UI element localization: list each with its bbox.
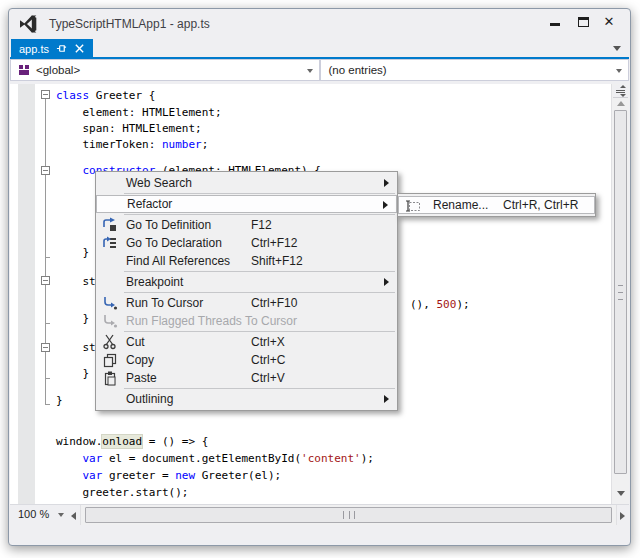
submenu-arrow-icon (384, 179, 389, 187)
code-segment: ); (361, 452, 374, 465)
chevron-down-icon (58, 513, 64, 517)
code-line: element: HTMLElement; (56, 105, 222, 120)
window-title: TypeScriptHTMLApp1 - app.ts (49, 17, 210, 31)
outline-guide-line (45, 99, 46, 404)
code-segment: class (56, 89, 89, 102)
code-segment: ; (202, 138, 209, 151)
code-segment: timerToken: (56, 138, 162, 151)
scroll-right-icon[interactable] (617, 505, 629, 525)
menu-item-outlining[interactable]: Outlining (96, 390, 397, 408)
run-to-cursor-icon (102, 295, 118, 311)
code-line: var el = document.getElementById('conten… (56, 451, 374, 466)
code-segment: = () => { (142, 435, 208, 448)
code-line: greeter.start(); (56, 485, 188, 500)
goto-definition-icon (102, 217, 118, 233)
code-line: } (56, 245, 89, 260)
code-line: var greeter = new Greeter(el); (56, 468, 281, 483)
zoom-dropdown[interactable]: 100 % (10, 505, 68, 525)
tab-app-ts[interactable]: app.ts (11, 39, 93, 59)
member-dropdown[interactable]: (no entries) (320, 59, 630, 81)
chevron-down-icon (616, 69, 622, 73)
menu-item-label: Paste (126, 369, 157, 387)
scroll-left-icon[interactable] (68, 505, 80, 525)
close-button[interactable]: ✕ (596, 11, 622, 33)
menu-item-shortcut: Ctrl+R, Ctrl+R (503, 197, 578, 213)
code-line: } (56, 393, 63, 408)
vertical-scrollbar[interactable] (611, 84, 629, 504)
collapse-region-icon[interactable] (41, 90, 50, 99)
code-segment: } (56, 394, 63, 407)
menu-item-find-all-references[interactable]: Find All ReferencesShift+F12 (96, 252, 397, 270)
scope-dropdown[interactable]: <global> (10, 59, 320, 81)
paste-icon (102, 370, 118, 386)
menu-item-refactor[interactable]: Refactor (96, 195, 397, 213)
menu-item-shortcut: Ctrl+F12 (251, 234, 297, 252)
code-segment: } (56, 246, 89, 259)
menu-item-go-to-definition[interactable]: Go To DefinitionF12 (96, 216, 397, 234)
menu-separator (124, 214, 395, 215)
menu-item-label: Run Flagged Threads To Cursor (126, 312, 297, 330)
visual-studio-logo-icon (20, 15, 38, 33)
copy-icon (102, 352, 118, 368)
code-segment: greeter.start(); (56, 486, 188, 499)
split-editor-handle[interactable] (613, 85, 628, 98)
code-line: timerToken: number; (56, 137, 208, 152)
collapse-region-icon[interactable] (41, 166, 50, 175)
menu-item-paste[interactable]: PasteCtrl+V (96, 369, 397, 387)
scroll-up-icon[interactable] (617, 101, 625, 106)
menu-item-label: Outlining (126, 390, 173, 408)
vertical-scroll-thumb[interactable] (614, 110, 627, 474)
code-line: } (56, 311, 89, 326)
maximize-button[interactable] (570, 11, 596, 33)
menu-item-go-to-declaration[interactable]: Go To DeclarationCtrl+F12 (96, 234, 397, 252)
code-line: window.onload = () => { (56, 434, 208, 449)
code-segment: Greeter { (89, 89, 155, 102)
highlighted-symbol: onload (102, 435, 142, 448)
code-segment: element: HTMLElement; (56, 106, 222, 119)
minimize-button[interactable] (542, 11, 568, 33)
menu-item-breakpoint[interactable]: Breakpoint (96, 273, 397, 291)
code-line: (), 500); (410, 297, 470, 312)
horizontal-scroll-thumb[interactable] (85, 507, 612, 523)
outline-end-tick (45, 323, 50, 324)
collapse-region-icon[interactable] (41, 276, 50, 285)
menu-item-shortcut: Ctrl+X (251, 333, 285, 351)
menu-separator (124, 388, 395, 389)
menu-item-label: Go To Definition (126, 216, 211, 234)
menu-item-copy[interactable]: CopyCtrl+C (96, 351, 397, 369)
menu-item-rename[interactable]: Rename...Ctrl+R, Ctrl+R (398, 196, 595, 214)
collapse-region-icon[interactable] (41, 343, 50, 352)
menu-item-run-to-cursor[interactable]: Run To CursorCtrl+F10 (96, 294, 397, 312)
pin-icon[interactable] (56, 43, 67, 54)
title-bar[interactable]: TypeScriptHTMLApp1 - app.ts ✕ (9, 9, 630, 39)
code-segment: greeter = (102, 469, 175, 482)
menu-item-cut[interactable]: CutCtrl+X (96, 333, 397, 351)
code-segment: var (83, 452, 103, 465)
code-segment: window. (56, 435, 102, 448)
outline-end-tick (45, 404, 50, 405)
menu-item-shortcut: Ctrl+F10 (251, 294, 297, 312)
menu-item-shortcut: Ctrl+C (251, 351, 285, 369)
code-segment: new (175, 469, 195, 482)
editor-status-row: 100 % (10, 504, 629, 524)
outline-end-tick (45, 378, 50, 379)
tab-close-icon[interactable] (74, 43, 85, 54)
menu-item-label: Refactor (127, 196, 172, 212)
submenu-arrow-icon (383, 201, 388, 209)
code-segment (56, 452, 83, 465)
horizontal-scrollbar[interactable] (80, 505, 617, 525)
chevron-down-icon (307, 69, 313, 73)
goto-declaration-icon (102, 235, 118, 251)
menu-item-label: Copy (126, 351, 154, 369)
menu-item-shortcut: F12 (251, 216, 272, 234)
menu-item-label: Find All References (126, 252, 230, 270)
code-segment: 'content' (301, 452, 361, 465)
code-segment: number (162, 138, 202, 151)
menu-item-web-search[interactable]: Web Search (96, 174, 397, 192)
cut-icon (102, 334, 118, 350)
submenu-arrow-icon (384, 278, 389, 286)
menu-separator (124, 292, 395, 293)
scope-value: <global> (36, 64, 80, 76)
scroll-down-icon[interactable] (617, 491, 625, 496)
tab-list-dropdown-icon[interactable] (613, 46, 621, 51)
